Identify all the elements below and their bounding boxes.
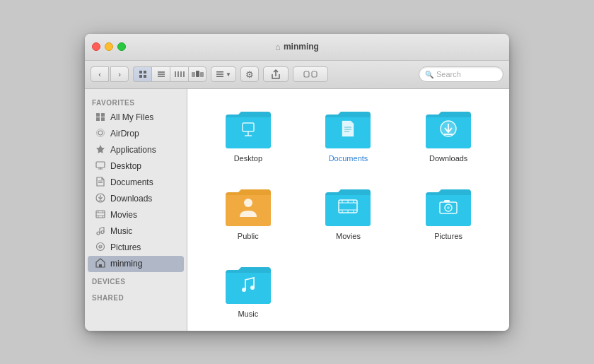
file-item-movies[interactable]: Movies [302, 181, 395, 245]
svg-rect-26 [96, 162, 105, 168]
file-item-pictures[interactable]: Pictures [402, 181, 495, 245]
sidebar-item-label: AirDrop [110, 129, 139, 139]
movies-icon [95, 209, 106, 221]
file-label-downloads: Downloads [429, 154, 467, 163]
search-box[interactable]: 🔍 Search [419, 66, 503, 82]
shared-section-label: Shared [85, 288, 187, 305]
airdrop-icon [95, 128, 106, 140]
window-title: ⌂ minming [275, 42, 319, 52]
action-button[interactable]: ⚙ [240, 66, 259, 82]
view-buttons [133, 66, 206, 82]
folder-icon-movies [324, 185, 372, 228]
file-item-documents[interactable]: Documents [302, 103, 395, 167]
search-placeholder: Search [436, 70, 461, 78]
sidebar-item-label: All My Files [110, 112, 153, 122]
sidebar-item-minming[interactable]: minming [88, 256, 184, 272]
svg-rect-22 [96, 117, 100, 121]
sidebar-item-music[interactable]: Music [88, 223, 184, 240]
sidebar-item-movies[interactable]: Movies [88, 207, 184, 223]
sidebar-item-desktop[interactable]: Desktop [88, 158, 184, 175]
svg-point-73 [242, 288, 246, 292]
sidebar-item-all-my-files[interactable]: All My Files [88, 110, 184, 126]
sidebar: Favorites All My Files AirDrop Applicati… [85, 89, 187, 331]
sidebar-item-applications[interactable]: Applications [88, 142, 184, 158]
sidebar-item-label: Movies [110, 210, 137, 220]
svg-rect-11 [192, 72, 195, 77]
file-label-pictures: Pictures [434, 232, 462, 240]
devices-section-label: Devices [85, 272, 187, 288]
file-label-documents: Documents [329, 154, 368, 163]
main-content: Favorites All My Files AirDrop Applicati… [85, 89, 509, 331]
music-icon [95, 225, 106, 237]
close-button[interactable] [92, 42, 100, 51]
svg-point-25 [97, 129, 105, 136]
svg-rect-12 [196, 71, 199, 77]
svg-point-42 [101, 230, 104, 233]
folder-icon-desktop [224, 107, 272, 150]
svg-rect-20 [96, 113, 100, 117]
pictures-icon [95, 242, 106, 254]
svg-point-48 [100, 246, 101, 247]
sidebar-item-label: Documents [110, 177, 153, 187]
svg-rect-18 [304, 71, 309, 77]
svg-rect-34 [96, 211, 105, 218]
desktop-icon [95, 160, 106, 172]
maximize-button[interactable] [117, 42, 126, 51]
traffic-lights [92, 42, 126, 51]
search-icon: 🔍 [425, 71, 433, 78]
path-button[interactable] [293, 66, 328, 82]
file-label-public: Public [238, 232, 259, 240]
svg-point-24 [98, 131, 103, 135]
share-button[interactable] [263, 66, 289, 82]
all-my-files-icon [95, 112, 106, 124]
sidebar-item-label: Pictures [110, 242, 141, 252]
finder-window: ⌂ minming ‹ › ▼ ⚙ [85, 34, 509, 331]
file-label-movies: Movies [336, 232, 361, 240]
minimize-button[interactable] [105, 42, 113, 51]
file-grid: Desktop [202, 103, 495, 322]
sidebar-item-pictures[interactable]: Pictures [88, 240, 184, 256]
sidebar-item-downloads[interactable]: Downloads [88, 191, 184, 207]
arrange-button[interactable]: ▼ [211, 66, 236, 82]
svg-rect-21 [101, 113, 105, 117]
sidebar-item-label: Desktop [110, 161, 141, 171]
svg-rect-13 [200, 72, 204, 77]
titlebar: ⌂ minming [85, 34, 509, 61]
file-item-public[interactable]: Public [202, 181, 295, 245]
file-item-desktop[interactable]: Desktop [202, 103, 295, 167]
svg-rect-0 [139, 71, 142, 74]
svg-rect-49 [99, 264, 102, 267]
svg-point-59 [244, 199, 252, 207]
icon-view-button[interactable] [133, 66, 151, 82]
back-button[interactable]: ‹ [91, 66, 109, 82]
svg-point-74 [250, 286, 255, 290]
file-label-music: Music [238, 310, 258, 318]
file-item-downloads[interactable]: Downloads [402, 103, 495, 167]
column-view-button[interactable] [170, 66, 188, 82]
nav-buttons: ‹ › [91, 66, 129, 82]
favorites-section-label: Favorites [85, 93, 187, 110]
folder-icon-public [224, 185, 272, 228]
svg-rect-23 [101, 117, 105, 121]
list-view-button[interactable] [151, 66, 170, 82]
documents-icon [95, 177, 106, 189]
folder-icon-music [224, 263, 272, 305]
file-label-desktop: Desktop [234, 154, 262, 163]
sidebar-item-label: Downloads [110, 194, 152, 204]
svg-point-41 [97, 232, 100, 235]
svg-rect-2 [139, 75, 142, 78]
folder-icon-pictures [424, 185, 472, 228]
svg-rect-3 [144, 75, 146, 78]
sidebar-item-documents[interactable]: Documents [88, 175, 184, 191]
forward-button[interactable]: › [110, 66, 129, 82]
svg-rect-16 [216, 76, 223, 78]
folder-icon-documents [324, 107, 372, 150]
applications-icon [95, 144, 106, 156]
coverflow-view-button[interactable] [188, 66, 206, 82]
sidebar-item-airdrop[interactable]: AirDrop [88, 126, 184, 142]
sidebar-item-label: Music [110, 226, 132, 236]
toolbar: ‹ › ▼ ⚙ [85, 61, 509, 89]
file-item-music[interactable]: Music [202, 259, 295, 322]
file-area: Desktop [187, 89, 509, 331]
downloads-icon [95, 193, 106, 205]
